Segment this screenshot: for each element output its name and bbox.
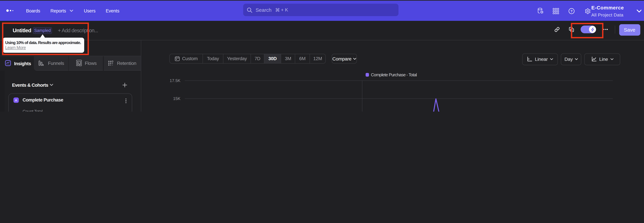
svg-text:17.5K: 17.5K: [170, 78, 180, 83]
svg-text:15K: 15K: [173, 96, 180, 101]
svg-text:?: ?: [570, 10, 572, 13]
